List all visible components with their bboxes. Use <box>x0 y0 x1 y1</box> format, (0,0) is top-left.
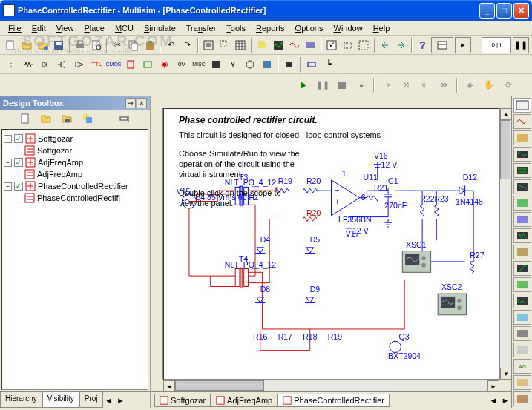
undo-button[interactable]: ↶ <box>163 37 179 53</box>
ttl-component-button[interactable]: TTL <box>88 56 105 73</box>
spreadsheet-button[interactable] <box>233 37 249 53</box>
design-tree[interactable]: − ✓ Softgozar Softgozar − ✓ AdjFreqAmp A… <box>1 129 148 390</box>
print-preview-button[interactable] <box>89 37 105 53</box>
capture-button[interactable] <box>340 37 355 53</box>
iv-analyzer-button[interactable] <box>513 261 531 276</box>
tab-nav-right[interactable]: ► <box>115 392 127 408</box>
scroll-left-button[interactable]: ◄ <box>163 380 175 392</box>
menu-file[interactable]: File <box>3 22 27 34</box>
toolbox-layers-button[interactable] <box>79 110 96 127</box>
redo-button[interactable]: ↷ <box>180 37 195 53</box>
word-generator-button[interactable] <box>513 212 531 227</box>
pause-sim-icon[interactable]: ❚❚ <box>513 37 529 53</box>
mcu-button[interactable] <box>281 56 298 73</box>
bode-plotter-button[interactable] <box>513 179 531 194</box>
scroll-right-button[interactable]: ► <box>487 380 499 392</box>
zoom-fit-button[interactable] <box>201 37 217 53</box>
electromechanical-button[interactable] <box>242 56 258 73</box>
tree-toggle-icon[interactable]: − <box>4 159 12 167</box>
tree-toggle-icon[interactable]: − <box>4 135 12 143</box>
paste-button[interactable] <box>142 37 158 53</box>
step-over-button[interactable]: ⤭ <box>397 76 415 94</box>
help-button[interactable]: ? <box>415 37 430 53</box>
toolbox-save-button[interactable] <box>59 110 75 127</box>
labview-instrument-button[interactable] <box>513 391 531 406</box>
canvas-tab-phasecontrolled[interactable]: PhaseControlledRectifier <box>278 394 390 407</box>
misc-button[interactable]: MISC <box>191 56 207 73</box>
source-component-button[interactable]: ÷ <box>3 56 19 73</box>
tree-item-softgozar[interactable]: − ✓ Softgozar <box>4 133 146 145</box>
zoom-area-button[interactable] <box>217 37 232 53</box>
breakpoint-button[interactable]: ◈ <box>461 76 479 94</box>
in-use-list-button[interactable] <box>431 37 453 53</box>
cut-button[interactable]: ✂ <box>110 37 125 53</box>
record-button[interactable]: ● <box>352 76 370 94</box>
tree-toggle-icon[interactable]: − <box>4 182 12 191</box>
canvas-tab-nav-left[interactable]: ◄ <box>487 396 499 405</box>
menu-help[interactable]: Help <box>368 22 395 34</box>
menu-place[interactable]: Place <box>79 22 110 34</box>
canvas-tab-softgozar[interactable]: Softgozar <box>154 394 211 407</box>
menu-edit[interactable]: Edit <box>27 22 51 34</box>
run-button[interactable] <box>295 76 312 94</box>
analog-component-button[interactable] <box>71 56 88 73</box>
open-sample-button[interactable] <box>35 37 50 53</box>
toolbox-open-button[interactable] <box>38 110 54 127</box>
network-analyzer-button[interactable] <box>513 310 531 325</box>
electrical-rules-button[interactable]: ✓ <box>324 37 340 53</box>
save-button[interactable] <box>51 37 67 53</box>
region-button[interactable] <box>356 37 372 53</box>
multimeter-button[interactable] <box>513 98 531 113</box>
forward-annotate-button[interactable] <box>393 37 409 53</box>
toolbox-rename-button[interactable] <box>116 110 133 127</box>
menu-simulate[interactable]: Simulate <box>139 22 181 34</box>
scroll-down-button[interactable]: ▼ <box>500 368 511 380</box>
vertical-scrollbar[interactable]: ▲ ▼ <box>499 108 511 380</box>
mixed-component-button[interactable] <box>139 56 156 73</box>
tab-visibility[interactable]: Visibility <box>42 392 79 408</box>
diode-component-button[interactable] <box>37 56 53 73</box>
horizontal-scrollbar[interactable]: ◄ ► <box>151 380 511 391</box>
menu-tools[interactable]: Tools <box>221 22 251 34</box>
toolbox-new-button[interactable] <box>17 110 33 127</box>
toolbox-pin-button[interactable]: ⊸ <box>125 98 136 108</box>
tree-child-phasecontrolled[interactable]: PhaseControlledRectifi <box>4 192 146 204</box>
tree-checkbox[interactable]: ✓ <box>14 158 23 167</box>
sim-switch-button[interactable]: 0 | I <box>482 37 511 53</box>
power-button[interactable]: 0V <box>174 56 190 73</box>
pause-button[interactable]: ❚❚ <box>314 76 332 94</box>
basic-component-button[interactable] <box>20 56 36 73</box>
transistor-component-button[interactable] <box>54 56 70 73</box>
hierarchical-block-button[interactable] <box>303 56 320 73</box>
step-button[interactable]: ⟳ <box>499 76 517 94</box>
bus-button[interactable]: ┗ <box>321 56 337 73</box>
distortion-analyzer-button[interactable] <box>513 277 531 292</box>
agilent-scope-button[interactable]: AG <box>513 359 531 374</box>
toggle-button[interactable]: ✋ <box>480 76 498 94</box>
menu-options[interactable]: Options <box>290 22 329 34</box>
agilent-fg-button[interactable] <box>513 326 531 341</box>
scroll-up-button[interactable]: ▲ <box>500 108 511 120</box>
step-into-button[interactable]: ⇥ <box>378 76 395 94</box>
tree-item-adjfreqamp[interactable]: − ✓ AdjFreqAmp <box>4 156 146 168</box>
postprocessor-button[interactable] <box>303 37 318 53</box>
tektronix-scope-button[interactable] <box>513 375 531 390</box>
rf-button[interactable]: Y <box>225 56 241 73</box>
new-file-button[interactable] <box>3 37 19 53</box>
in-use-dropdown-button[interactable]: ▸ <box>455 37 471 53</box>
step-to-button[interactable]: ≫ <box>436 76 453 94</box>
4ch-scope-button[interactable] <box>513 163 531 178</box>
open-file-button[interactable] <box>19 37 35 53</box>
misc-digital-button[interactable] <box>122 56 139 73</box>
tree-child-adjfreqamp[interactable]: AdjFreqAmp <box>4 168 146 180</box>
indicator-button[interactable]: ◉ <box>157 56 173 73</box>
logic-analyzer-button[interactable] <box>513 228 531 243</box>
tree-checkbox[interactable]: ✓ <box>14 134 23 143</box>
ni-button[interactable] <box>259 56 275 73</box>
menu-reports[interactable]: Reports <box>251 22 290 34</box>
cmos-component-button[interactable]: CMOS <box>105 56 122 73</box>
stop-button[interactable] <box>333 76 351 94</box>
analysis-button[interactable] <box>286 37 302 53</box>
tree-checkbox[interactable]: ✓ <box>14 182 23 191</box>
back-annotate-button[interactable] <box>378 37 393 53</box>
